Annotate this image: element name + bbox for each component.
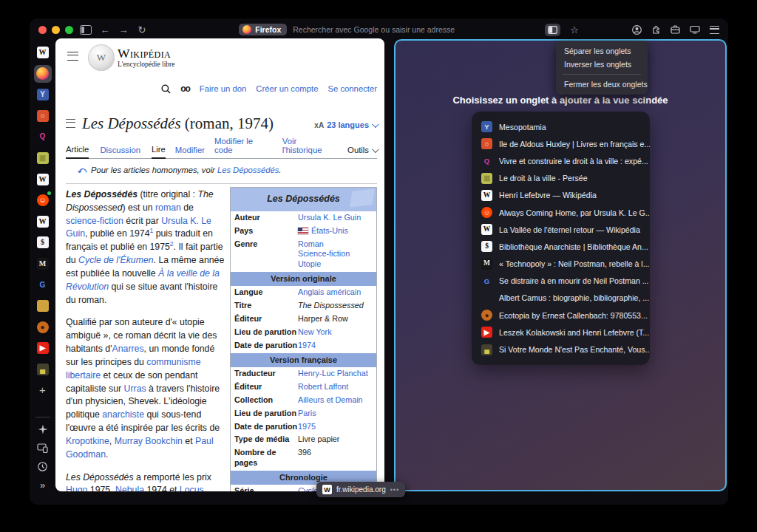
menu-item-separate-tabs[interactable]: Séparer les onglets bbox=[556, 44, 648, 58]
sidebar-wikipedia-favicon[interactable]: W bbox=[34, 171, 52, 188]
text-link[interactable]: Hugo bbox=[66, 485, 87, 491]
split-tab-item[interactable]: M« Technopoly » : Neil Postman, rebelle … bbox=[472, 256, 650, 273]
language-selector[interactable]: xA 23 langues bbox=[314, 120, 377, 129]
screen-share-icon[interactable] bbox=[690, 25, 700, 34]
split-tab-item[interactable]: ☺Always Coming Home, par Ursula K. Le G.… bbox=[472, 204, 650, 221]
text-link[interactable]: États-Unis bbox=[311, 226, 348, 235]
forward-button[interactable]: → bbox=[117, 25, 130, 35]
infinity-icon[interactable]: oo bbox=[180, 83, 190, 94]
toolbox-icon[interactable] bbox=[671, 25, 680, 34]
sidebar-youtube-favicon[interactable]: ▶ bbox=[34, 339, 52, 357]
split-tab-item[interactable]: $Bibliothèque Anarchiste | Bibliothèque … bbox=[472, 238, 650, 255]
menu-item-close-both-tabs[interactable]: Fermer les deux onglets bbox=[556, 78, 648, 91]
tab-discussion[interactable]: Discussion bbox=[100, 146, 140, 158]
back-button[interactable]: ← bbox=[98, 25, 112, 35]
split-tab-item[interactable]: Albert Camus : biographie, bibliographie… bbox=[472, 290, 650, 307]
text-link[interactable]: Nebula bbox=[115, 485, 144, 491]
site-identity-pill[interactable]: W fr.wikipedia.org ••• bbox=[316, 482, 405, 497]
sidebar-google-favicon[interactable]: G bbox=[34, 276, 52, 294]
sidebar-persee-favicon[interactable]: ▦ bbox=[34, 149, 52, 167]
split-tab-item[interactable]: YMesopotamia bbox=[472, 118, 650, 135]
text-link[interactable]: roman bbox=[155, 202, 181, 213]
account-icon[interactable] bbox=[632, 25, 642, 35]
text-link[interactable]: Ailleurs et Demain bbox=[298, 395, 363, 404]
text-link[interactable]: Cycle de l'Ékumen bbox=[78, 255, 153, 265]
sidebar-wikipedia-favicon[interactable]: W bbox=[34, 213, 52, 231]
text-link[interactable]: Anglais américain bbox=[298, 287, 361, 296]
sidebar-reddit-favicon[interactable]: ☺ bbox=[34, 191, 52, 209]
text-link[interactable]: Les Dépossédés bbox=[217, 166, 279, 174]
text-link[interactable]: Utopie bbox=[298, 259, 321, 268]
text-link[interactable]: 1974 bbox=[298, 341, 316, 349]
split-tab-item[interactable]: ▄Si Votre Monde N'est Pas Enchanté, Vous… bbox=[472, 341, 650, 358]
url-bar[interactable]: Firefox Rechercher avec Google ou saisir… bbox=[154, 24, 540, 35]
minimize-window-button[interactable] bbox=[52, 26, 60, 34]
create-account-link[interactable]: Créer un compte bbox=[256, 84, 318, 93]
bookmark-star-icon[interactable]: ☆ bbox=[570, 25, 579, 35]
text-link[interactable]: Kropotkine bbox=[66, 436, 109, 446]
text-link[interactable]: 1975 bbox=[298, 422, 316, 431]
toc-icon[interactable] bbox=[66, 119, 75, 128]
text-link[interactable]: Roman bbox=[298, 239, 324, 248]
sidebar-image-thumb-favicon[interactable]: ▄ bbox=[34, 361, 52, 378]
reload-button[interactable]: ↻ bbox=[135, 25, 149, 35]
text-link[interactable]: Paris bbox=[298, 409, 316, 417]
text-link[interactable]: New York bbox=[298, 327, 332, 336]
app-menu-button[interactable] bbox=[710, 26, 719, 34]
split-tab-item[interactable]: ○Ile de Aldous Huxley | Livres en frança… bbox=[472, 135, 650, 152]
text-link[interactable]: anarchiste bbox=[102, 409, 144, 420]
sidebar-anarchist-library-favicon[interactable]: $ bbox=[34, 233, 52, 251]
split-tab-item[interactable]: WHenri Lefebvre — Wikipédia bbox=[472, 187, 650, 204]
sidebar-folder-site-favicon[interactable] bbox=[34, 297, 52, 315]
sidebar-y-favicon[interactable]: Y bbox=[34, 86, 52, 103]
text-link[interactable]: Locus bbox=[180, 485, 204, 491]
sidebar-cairn-favicon[interactable]: Q bbox=[34, 128, 52, 146]
text-link[interactable]: Science-fiction bbox=[298, 249, 350, 258]
wikipedia-wordmark[interactable]: Wikipédia bbox=[118, 46, 171, 61]
tools-dropdown[interactable]: Outils bbox=[347, 146, 377, 158]
split-tab-item[interactable]: GSe distraire à en mourir de Neil Postma… bbox=[472, 273, 650, 290]
split-tab-item[interactable]: ▦Le droit à la ville - Persée bbox=[472, 170, 650, 187]
tab-edit[interactable]: Modifier bbox=[175, 146, 205, 158]
login-link[interactable]: Se connecter bbox=[327, 84, 377, 93]
sidebar-toggle-icon[interactable] bbox=[80, 25, 92, 35]
more-options-icon[interactable]: ••• bbox=[390, 486, 399, 494]
sidebar-wikipedia-favicon[interactable]: W bbox=[34, 44, 52, 61]
extensions-icon[interactable] bbox=[651, 25, 661, 35]
donate-link[interactable]: Faire un don bbox=[200, 84, 246, 93]
history-icon[interactable] bbox=[35, 460, 51, 472]
tab-history[interactable]: Voir l'historique bbox=[282, 137, 338, 158]
text-link[interactable]: Ursula K. Le Guin bbox=[298, 213, 361, 222]
new-tab-button[interactable]: + bbox=[39, 383, 46, 396]
text-link[interactable]: Robert Laffont bbox=[298, 382, 348, 391]
split-tab-item[interactable]: ●Ecotopia by Ernest Callenbach: 9780553.… bbox=[472, 307, 650, 324]
split-tab-item[interactable]: ▶Leszek Kolakowski and Henri Lefebvre (T… bbox=[472, 324, 650, 341]
tab-edit-source[interactable]: Modifier le code bbox=[214, 137, 273, 158]
wiki-menu-icon[interactable] bbox=[67, 52, 78, 61]
text-link[interactable]: Murray Bookchin bbox=[115, 436, 183, 446]
split-tab-item[interactable]: QVivre et construire le droit à la ville… bbox=[472, 152, 650, 169]
wiki-personal-nav: oo Faire un don Créer un compte Se conne… bbox=[161, 83, 377, 94]
tab-article[interactable]: Article bbox=[66, 145, 89, 159]
sidebar-babelio-favicon[interactable]: ○ bbox=[34, 107, 52, 125]
tab-read[interactable]: Lire bbox=[152, 145, 166, 159]
search-icon[interactable] bbox=[161, 84, 171, 94]
sidebar-firefox-active-tab[interactable] bbox=[34, 65, 52, 83]
zoom-window-button[interactable] bbox=[65, 26, 73, 34]
split-tab-item[interactable]: WLa Vallée de l'éternel retour — Wikipéd… bbox=[472, 221, 650, 238]
paragraph: Les Dépossédés a remporté les prix Hugo … bbox=[66, 471, 228, 491]
text-link[interactable]: Henry-Luc Planchat bbox=[298, 369, 368, 378]
ai-chatbot-icon[interactable] bbox=[35, 423, 51, 435]
synced-tabs-icon[interactable] bbox=[35, 442, 51, 454]
sidebar-biblio-favicon[interactable]: ● bbox=[34, 318, 52, 336]
split-view-button[interactable] bbox=[545, 24, 560, 36]
close-window-button[interactable] bbox=[38, 26, 47, 34]
text-link[interactable]: science-fiction bbox=[66, 216, 123, 226]
expand-sidebar-icon[interactable]: » bbox=[35, 479, 51, 491]
text-link[interactable]: Urras bbox=[124, 383, 146, 394]
sidebar-lemonde-favicon[interactable]: M bbox=[34, 255, 52, 273]
text: et bbox=[183, 436, 195, 446]
wikipedia-logo[interactable]: W bbox=[88, 44, 115, 71]
text-link[interactable]: Anarres bbox=[112, 344, 144, 354]
menu-item-swap-tabs[interactable]: Inverser les onglets bbox=[556, 58, 648, 71]
